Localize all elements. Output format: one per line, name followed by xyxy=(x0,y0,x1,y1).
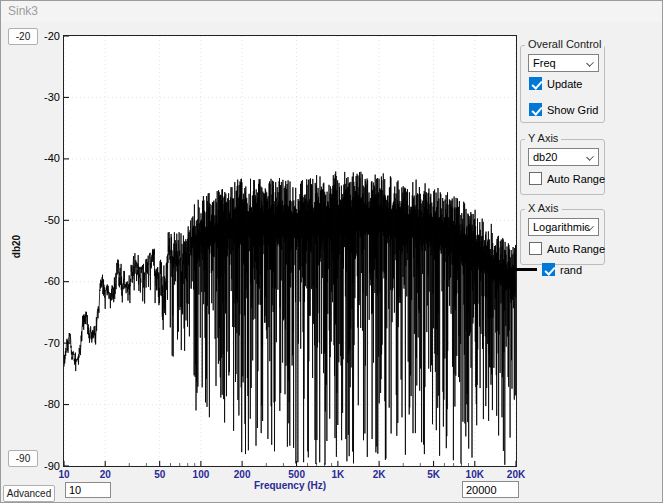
x-axis-title: Frequency (Hz) xyxy=(254,480,326,491)
y-scale-dropdown-value: db20 xyxy=(533,151,557,163)
y-tick-label: -20 xyxy=(33,30,60,43)
x-tick-label: 20K xyxy=(507,469,525,480)
y-axis-group-title: Y Axis xyxy=(525,132,561,144)
x-tick-label: 2K xyxy=(373,469,386,480)
x-tick-label: 20 xyxy=(100,469,111,480)
rand-legend-label: rand xyxy=(560,264,582,276)
y-tick-label: -60 xyxy=(33,275,60,288)
x-tick-label: 100 xyxy=(193,469,210,480)
freq-dropdown[interactable]: Freq xyxy=(528,54,599,72)
freq-dropdown-value: Freq xyxy=(533,57,556,69)
chevron-down-icon xyxy=(586,59,594,67)
update-checkbox[interactable]: Update xyxy=(529,77,582,90)
chevron-down-icon xyxy=(586,153,594,161)
x-axis-group: X Axis Logarithmic Auto Range xyxy=(520,209,605,265)
y-scale-dropdown[interactable]: db20 xyxy=(528,148,599,166)
x-max-input[interactable] xyxy=(462,481,519,498)
x-tick-label: 10 xyxy=(58,469,69,480)
x-tick-label: 10K xyxy=(466,469,484,480)
legend-entry-rand: rand xyxy=(513,263,582,276)
y-auto-range-checkbox-label: Auto Range xyxy=(547,173,605,185)
show-grid-checkbox[interactable]: Show Grid xyxy=(529,103,598,116)
show-grid-checkbox-label: Show Grid xyxy=(547,104,598,116)
advanced-button[interactable]: Advanced xyxy=(3,485,55,502)
y-tick-label: -50 xyxy=(33,214,60,227)
sink3-window: Sink3 -20 -90 Advanced -20-30-40-50-60-7… xyxy=(0,0,663,503)
y-axis-group: Y Axis db20 Auto Range xyxy=(520,139,605,195)
x-auto-range-checkbox-label: Auto Range xyxy=(547,243,605,255)
update-checkbox-label: Update xyxy=(547,78,582,90)
plot-canvas[interactable] xyxy=(63,35,517,467)
show-grid-checkbox-box xyxy=(529,103,542,116)
window-titlebar[interactable]: Sink3 xyxy=(1,1,662,22)
overall-control-group: Overall Control Freq Update Show Grid xyxy=(520,45,605,123)
x-tick-label: 200 xyxy=(234,469,251,480)
y-tick-label: -70 xyxy=(33,337,60,350)
y-tick-label: -80 xyxy=(33,398,60,411)
y-auto-range-checkbox-box xyxy=(529,172,542,185)
y-tick-label: -30 xyxy=(33,91,60,104)
legend-line-sample xyxy=(513,268,537,271)
update-checkbox-box xyxy=(529,77,542,90)
x-auto-range-checkbox[interactable]: Auto Range xyxy=(529,242,605,255)
overall-control-group-title: Overall Control xyxy=(525,38,604,50)
x-scale-dropdown[interactable]: Logarithmic xyxy=(528,218,599,236)
x-tick-label: 500 xyxy=(288,469,305,480)
y-axis-title: db20 xyxy=(11,235,22,258)
rand-legend-checkbox[interactable] xyxy=(542,263,555,276)
x-axis-group-title: X Axis xyxy=(525,202,562,214)
x-scale-dropdown-value: Logarithmic xyxy=(533,221,590,233)
x-tick-label: 5K xyxy=(427,469,440,480)
x-min-input[interactable] xyxy=(65,482,111,498)
x-auto-range-checkbox-box xyxy=(529,242,542,255)
y-auto-range-checkbox[interactable]: Auto Range xyxy=(529,172,605,185)
x-tick-label: 1K xyxy=(331,469,344,480)
spectrum-trace xyxy=(64,36,516,466)
y-tick-label: -40 xyxy=(33,152,60,165)
window-title: Sink3 xyxy=(8,4,38,18)
x-tick-label: 50 xyxy=(154,469,165,480)
y-tick-label: -90 xyxy=(33,460,60,473)
